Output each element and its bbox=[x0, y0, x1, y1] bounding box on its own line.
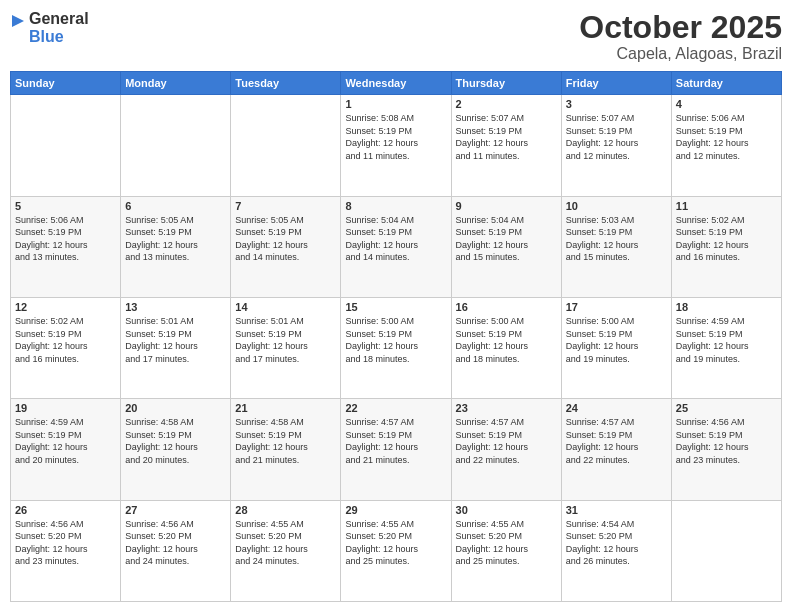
day-info: Sunrise: 4:57 AM Sunset: 5:19 PM Dayligh… bbox=[566, 416, 667, 466]
table-row: 19Sunrise: 4:59 AM Sunset: 5:19 PM Dayli… bbox=[11, 399, 121, 500]
weekday-header-row: Sunday Monday Tuesday Wednesday Thursday… bbox=[11, 72, 782, 95]
day-number: 17 bbox=[566, 301, 667, 313]
day-info: Sunrise: 4:58 AM Sunset: 5:19 PM Dayligh… bbox=[125, 416, 226, 466]
table-row: 14Sunrise: 5:01 AM Sunset: 5:19 PM Dayli… bbox=[231, 297, 341, 398]
day-info: Sunrise: 4:56 AM Sunset: 5:20 PM Dayligh… bbox=[125, 518, 226, 568]
day-number: 9 bbox=[456, 200, 557, 212]
table-row bbox=[11, 95, 121, 196]
page: General Blue October 2025 Capela, Alagoa… bbox=[0, 0, 792, 612]
table-row: 15Sunrise: 5:00 AM Sunset: 5:19 PM Dayli… bbox=[341, 297, 451, 398]
day-number: 13 bbox=[125, 301, 226, 313]
day-number: 14 bbox=[235, 301, 336, 313]
header: General Blue October 2025 Capela, Alagoa… bbox=[10, 10, 782, 63]
day-info: Sunrise: 4:58 AM Sunset: 5:19 PM Dayligh… bbox=[235, 416, 336, 466]
day-info: Sunrise: 5:04 AM Sunset: 5:19 PM Dayligh… bbox=[456, 214, 557, 264]
day-info: Sunrise: 4:54 AM Sunset: 5:20 PM Dayligh… bbox=[566, 518, 667, 568]
header-thursday: Thursday bbox=[451, 72, 561, 95]
table-row: 26Sunrise: 4:56 AM Sunset: 5:20 PM Dayli… bbox=[11, 500, 121, 601]
day-number: 24 bbox=[566, 402, 667, 414]
day-number: 27 bbox=[125, 504, 226, 516]
day-info: Sunrise: 4:55 AM Sunset: 5:20 PM Dayligh… bbox=[235, 518, 336, 568]
title-block: October 2025 Capela, Alagoas, Brazil bbox=[579, 10, 782, 63]
day-number: 5 bbox=[15, 200, 116, 212]
day-info: Sunrise: 4:56 AM Sunset: 5:19 PM Dayligh… bbox=[676, 416, 777, 466]
table-row: 28Sunrise: 4:55 AM Sunset: 5:20 PM Dayli… bbox=[231, 500, 341, 601]
table-row: 2Sunrise: 5:07 AM Sunset: 5:19 PM Daylig… bbox=[451, 95, 561, 196]
header-friday: Friday bbox=[561, 72, 671, 95]
table-row bbox=[121, 95, 231, 196]
week-row-2: 5Sunrise: 5:06 AM Sunset: 5:19 PM Daylig… bbox=[11, 196, 782, 297]
day-number: 12 bbox=[15, 301, 116, 313]
day-info: Sunrise: 5:05 AM Sunset: 5:19 PM Dayligh… bbox=[235, 214, 336, 264]
table-row: 20Sunrise: 4:58 AM Sunset: 5:19 PM Dayli… bbox=[121, 399, 231, 500]
day-number: 15 bbox=[345, 301, 446, 313]
month-title: October 2025 bbox=[579, 10, 782, 45]
table-row bbox=[231, 95, 341, 196]
day-number: 25 bbox=[676, 402, 777, 414]
table-row: 1Sunrise: 5:08 AM Sunset: 5:19 PM Daylig… bbox=[341, 95, 451, 196]
day-info: Sunrise: 4:56 AM Sunset: 5:20 PM Dayligh… bbox=[15, 518, 116, 568]
day-number: 29 bbox=[345, 504, 446, 516]
week-row-4: 19Sunrise: 4:59 AM Sunset: 5:19 PM Dayli… bbox=[11, 399, 782, 500]
table-row: 18Sunrise: 4:59 AM Sunset: 5:19 PM Dayli… bbox=[671, 297, 781, 398]
table-row: 11Sunrise: 5:02 AM Sunset: 5:19 PM Dayli… bbox=[671, 196, 781, 297]
day-info: Sunrise: 5:02 AM Sunset: 5:19 PM Dayligh… bbox=[15, 315, 116, 365]
header-tuesday: Tuesday bbox=[231, 72, 341, 95]
day-info: Sunrise: 4:55 AM Sunset: 5:20 PM Dayligh… bbox=[456, 518, 557, 568]
day-number: 23 bbox=[456, 402, 557, 414]
header-sunday: Sunday bbox=[11, 72, 121, 95]
week-row-1: 1Sunrise: 5:08 AM Sunset: 5:19 PM Daylig… bbox=[11, 95, 782, 196]
day-number: 19 bbox=[15, 402, 116, 414]
table-row: 30Sunrise: 4:55 AM Sunset: 5:20 PM Dayli… bbox=[451, 500, 561, 601]
table-row: 10Sunrise: 5:03 AM Sunset: 5:19 PM Dayli… bbox=[561, 196, 671, 297]
day-info: Sunrise: 4:55 AM Sunset: 5:20 PM Dayligh… bbox=[345, 518, 446, 568]
day-number: 22 bbox=[345, 402, 446, 414]
day-number: 1 bbox=[345, 98, 446, 110]
table-row bbox=[671, 500, 781, 601]
day-number: 16 bbox=[456, 301, 557, 313]
day-info: Sunrise: 5:01 AM Sunset: 5:19 PM Dayligh… bbox=[125, 315, 226, 365]
day-number: 7 bbox=[235, 200, 336, 212]
header-saturday: Saturday bbox=[671, 72, 781, 95]
day-info: Sunrise: 4:59 AM Sunset: 5:19 PM Dayligh… bbox=[15, 416, 116, 466]
day-info: Sunrise: 5:01 AM Sunset: 5:19 PM Dayligh… bbox=[235, 315, 336, 365]
svg-marker-0 bbox=[12, 15, 24, 27]
day-number: 2 bbox=[456, 98, 557, 110]
day-number: 8 bbox=[345, 200, 446, 212]
day-number: 11 bbox=[676, 200, 777, 212]
day-info: Sunrise: 5:04 AM Sunset: 5:19 PM Dayligh… bbox=[345, 214, 446, 264]
header-wednesday: Wednesday bbox=[341, 72, 451, 95]
table-row: 13Sunrise: 5:01 AM Sunset: 5:19 PM Dayli… bbox=[121, 297, 231, 398]
day-info: Sunrise: 5:06 AM Sunset: 5:19 PM Dayligh… bbox=[676, 112, 777, 162]
day-info: Sunrise: 5:07 AM Sunset: 5:19 PM Dayligh… bbox=[456, 112, 557, 162]
logo-flag-icon bbox=[10, 15, 26, 41]
table-row: 27Sunrise: 4:56 AM Sunset: 5:20 PM Dayli… bbox=[121, 500, 231, 601]
day-info: Sunrise: 5:02 AM Sunset: 5:19 PM Dayligh… bbox=[676, 214, 777, 264]
table-row: 9Sunrise: 5:04 AM Sunset: 5:19 PM Daylig… bbox=[451, 196, 561, 297]
day-info: Sunrise: 5:08 AM Sunset: 5:19 PM Dayligh… bbox=[345, 112, 446, 162]
day-info: Sunrise: 4:57 AM Sunset: 5:19 PM Dayligh… bbox=[456, 416, 557, 466]
table-row: 6Sunrise: 5:05 AM Sunset: 5:19 PM Daylig… bbox=[121, 196, 231, 297]
day-info: Sunrise: 5:00 AM Sunset: 5:19 PM Dayligh… bbox=[345, 315, 446, 365]
day-info: Sunrise: 4:59 AM Sunset: 5:19 PM Dayligh… bbox=[676, 315, 777, 365]
header-monday: Monday bbox=[121, 72, 231, 95]
table-row: 25Sunrise: 4:56 AM Sunset: 5:19 PM Dayli… bbox=[671, 399, 781, 500]
table-row: 16Sunrise: 5:00 AM Sunset: 5:19 PM Dayli… bbox=[451, 297, 561, 398]
table-row: 3Sunrise: 5:07 AM Sunset: 5:19 PM Daylig… bbox=[561, 95, 671, 196]
week-row-5: 26Sunrise: 4:56 AM Sunset: 5:20 PM Dayli… bbox=[11, 500, 782, 601]
table-row: 17Sunrise: 5:00 AM Sunset: 5:19 PM Dayli… bbox=[561, 297, 671, 398]
table-row: 23Sunrise: 4:57 AM Sunset: 5:19 PM Dayli… bbox=[451, 399, 561, 500]
logo: General Blue bbox=[10, 10, 89, 47]
day-number: 31 bbox=[566, 504, 667, 516]
table-row: 5Sunrise: 5:06 AM Sunset: 5:19 PM Daylig… bbox=[11, 196, 121, 297]
calendar-table: Sunday Monday Tuesday Wednesday Thursday… bbox=[10, 71, 782, 602]
table-row: 31Sunrise: 4:54 AM Sunset: 5:20 PM Dayli… bbox=[561, 500, 671, 601]
logo-blue: Blue bbox=[29, 28, 89, 46]
day-number: 3 bbox=[566, 98, 667, 110]
week-row-3: 12Sunrise: 5:02 AM Sunset: 5:19 PM Dayli… bbox=[11, 297, 782, 398]
location-title: Capela, Alagoas, Brazil bbox=[579, 45, 782, 63]
table-row: 22Sunrise: 4:57 AM Sunset: 5:19 PM Dayli… bbox=[341, 399, 451, 500]
day-number: 30 bbox=[456, 504, 557, 516]
day-number: 21 bbox=[235, 402, 336, 414]
day-number: 18 bbox=[676, 301, 777, 313]
